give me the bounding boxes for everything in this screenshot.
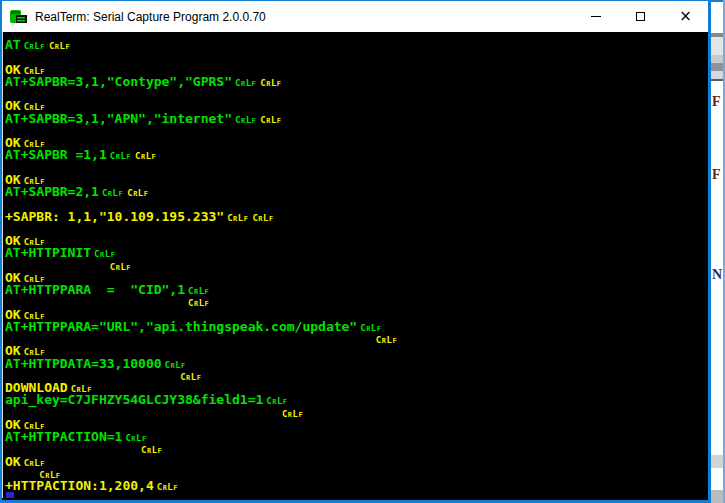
- crlf-marker: CRLF: [157, 481, 178, 494]
- terminal-line: AT+HTTPACTION=1CRLF: [5, 431, 708, 443]
- terminal-line: [5, 88, 708, 100]
- crlf-marker: CRLF: [282, 408, 303, 421]
- terminal-line: +SAPBR: 1,1,"10.109.195.233"CRLFCRLF: [5, 211, 708, 223]
- terminal-line: CRLF: [5, 333, 708, 345]
- crlf-marker: CRLF: [110, 150, 131, 163]
- crlf-marker: CRLF: [252, 212, 273, 225]
- background-window-sliver[interactable]: F F N: [711, 0, 725, 503]
- window-controls: ×: [573, 1, 708, 32]
- crlf-marker: CRLF: [376, 334, 397, 347]
- sliver-text-fragment: N: [712, 268, 722, 282]
- terminal-cursor: [6, 492, 14, 498]
- close-icon: ×: [679, 9, 692, 24]
- crlf-marker: CRLF: [141, 444, 162, 457]
- terminal-line: CRLF: [5, 407, 708, 419]
- terminal-line: AT+SAPBR=2,1CRLFCRLF: [5, 186, 708, 198]
- terminal-line: AT+HTTPPARA = "CID",1CRLF: [5, 284, 708, 296]
- terminal-line: [5, 125, 708, 137]
- terminal-line: CRLF: [5, 260, 708, 272]
- crlf-marker: CRLF: [102, 187, 123, 200]
- screen: RealTerm: Serial Capture Program 2.0.0.7…: [0, 0, 725, 503]
- sliver-text-fragment: F: [712, 95, 721, 109]
- terminal-output[interactable]: ATCRLFCRLFOKCRLFAT+SAPBR=3,1,"Contype","…: [2, 32, 708, 498]
- terminal-line: api_key=C7JFHZY54GLCJY38&field1=1CRLF: [5, 394, 708, 406]
- terminal-line: AT+HTTPINITCRLF: [5, 247, 708, 259]
- sliver-text-fragment: F: [712, 168, 721, 182]
- crlf-marker: CRLF: [235, 77, 256, 90]
- terminal-line: +HTTPACTION:1,200,4CRLF: [5, 480, 708, 492]
- terminal-line: OKCRLF: [5, 174, 708, 186]
- app-icon: [9, 8, 29, 26]
- terminal-line: OKCRLF: [5, 137, 708, 149]
- title-bar[interactable]: RealTerm: Serial Capture Program 2.0.0.7…: [2, 1, 708, 32]
- crlf-marker: CRLF: [235, 114, 256, 127]
- terminal-line: OKCRLF: [5, 235, 708, 247]
- crlf-marker: CRLF: [260, 114, 281, 127]
- crlf-marker: CRLF: [49, 40, 70, 53]
- crlf-marker: CRLF: [188, 297, 209, 310]
- terminal-line: ATCRLFCRLF: [5, 39, 708, 51]
- terminal-line: [5, 51, 708, 63]
- crlf-marker: CRLF: [135, 150, 156, 163]
- terminal-line: AT+HTTPDATA=33,10000CRLF: [5, 358, 708, 370]
- close-button[interactable]: ×: [663, 1, 708, 32]
- window-title: RealTerm: Serial Capture Program 2.0.0.7…: [35, 10, 266, 24]
- crlf-marker: CRLF: [180, 371, 201, 384]
- minimize-button[interactable]: [573, 1, 618, 32]
- crlf-marker: CRLF: [227, 212, 248, 225]
- crlf-marker: CRLF: [260, 77, 281, 90]
- terminal-line: AT+HTTPPARA="URL","api.thingspeak.com/up…: [5, 321, 708, 333]
- terminal-line: OKCRLF: [5, 456, 708, 468]
- crlf-marker: CRLF: [127, 187, 148, 200]
- terminal-line: CRLF: [5, 443, 708, 455]
- terminal-line: AT+SAPBR=3,1,"APN","internet"CRLFCRLF: [5, 113, 708, 125]
- minimize-icon: [591, 16, 601, 17]
- crlf-marker: CRLF: [24, 40, 45, 53]
- terminal-line: [5, 492, 708, 498]
- maximize-button[interactable]: [618, 1, 663, 32]
- terminal-line: AT+SAPBR=3,1,"Contype","GPRS"CRLFCRLF: [5, 76, 708, 88]
- terminal-line: CRLF: [5, 370, 708, 382]
- realterm-window: RealTerm: Serial Capture Program 2.0.0.7…: [0, 0, 711, 503]
- maximize-icon: [636, 12, 645, 21]
- terminal-line: CRLF: [5, 296, 708, 308]
- terminal-line: AT+SAPBR =1,1CRLFCRLF: [5, 149, 708, 161]
- crlf-marker: CRLF: [110, 261, 131, 274]
- terminal-line: [5, 223, 708, 235]
